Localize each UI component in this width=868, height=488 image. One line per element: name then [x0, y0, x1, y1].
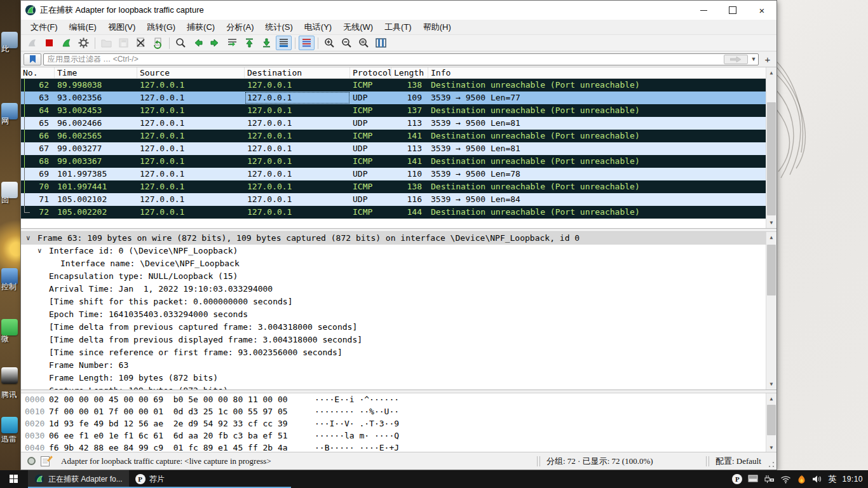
zoom-reset-button[interactable] [356, 36, 372, 50]
hex-scrollbar[interactable]: ▲ ▼ [766, 393, 776, 453]
packet-row-68[interactable]: 6899.003367127.0.0.1127.0.0.1ICMP141Dest… [21, 155, 766, 168]
hex-row-0020[interactable]: 00201d 93 fe 49 bd 12 56 ae 2e d9 54 92 … [21, 417, 776, 430]
scrollbar-thumb[interactable] [767, 245, 776, 295]
reload-file-button[interactable] [150, 36, 166, 50]
scroll-down-arrow-icon[interactable]: ▼ [766, 217, 776, 228]
scroll-up-arrow-icon[interactable]: ▲ [766, 232, 776, 243]
menu-item-11[interactable]: 帮助(H) [417, 20, 457, 35]
colorize-button[interactable] [299, 36, 315, 50]
column-header-info[interactable]: Info [428, 67, 776, 78]
desktop-icon-control-panel[interactable]: 控制 [1, 268, 20, 285]
close-button[interactable]: × [747, 1, 776, 20]
column-header-destination[interactable]: Destination [245, 67, 350, 78]
detail-line-13[interactable]: Capture Length: 109 bytes (872 bits) [21, 384, 776, 390]
menu-item-2[interactable]: 编辑(E) [64, 20, 102, 35]
start-capture-button[interactable] [24, 36, 40, 50]
packet-row-66[interactable]: 6696.002565127.0.0.1127.0.0.1ICMP141Dest… [21, 130, 766, 142]
minimize-button[interactable] [689, 1, 718, 20]
hex-row-0000[interactable]: 000002 00 00 00 45 00 00 69 b0 5e 00 00 … [21, 393, 776, 405]
ime-indicator[interactable]: 英 [828, 473, 836, 485]
zoom-in-button[interactable] [322, 36, 337, 50]
speaker-icon[interactable] [812, 475, 822, 484]
menu-item-5[interactable]: 捕获(C) [181, 20, 220, 35]
column-header-source[interactable]: Source [137, 67, 245, 78]
detail-line-8[interactable]: [Time delta from previous captured frame… [21, 321, 776, 334]
start-button[interactable] [0, 470, 28, 488]
expand-arrow-icon[interactable]: ∨ [37, 245, 42, 257]
filter-bookmark-button[interactable] [24, 53, 41, 65]
packet-row-71[interactable]: 71105.002102127.0.0.1127.0.0.1UDP1163539… [21, 193, 766, 206]
scroll-up-arrow-icon[interactable]: ▲ [766, 393, 776, 404]
maximize-button[interactable] [718, 1, 747, 20]
profile-text[interactable]: 配置: Default [715, 456, 761, 467]
last-packet-button[interactable] [259, 36, 275, 50]
packet-row-67[interactable]: 6799.003277127.0.0.1127.0.0.1UDP1133539 … [21, 142, 766, 155]
find-packet-button[interactable] [173, 36, 189, 50]
packet-list-header[interactable]: No.TimeSourceDestinationProtocolLengthIn… [21, 67, 776, 79]
menu-item-10[interactable]: 工具(T) [379, 20, 417, 35]
firewall-flame-icon[interactable] [797, 475, 806, 484]
desktop-icon-recycle-bin[interactable]: 回 [1, 182, 20, 198]
scroll-down-arrow-icon[interactable]: ▼ [766, 379, 776, 390]
detail-line-4[interactable]: Encapsulation type: NULL/Loopback (15) [21, 270, 776, 283]
stop-capture-button[interactable] [41, 36, 57, 50]
desktop-icon-xunlei[interactable]: 迅雷 [1, 417, 20, 433]
desktop-icon-this-pc[interactable]: 此 [1, 32, 20, 48]
detail-line-5[interactable]: Arrival Time: Jan 1, 2022 19:10:03.03329… [21, 283, 776, 295]
menu-item-3[interactable]: 视图(V) [102, 20, 141, 35]
desktop-icon-network[interactable]: 网 [1, 103, 20, 119]
detail-line-6[interactable]: [Time shift for this packet: 0.000000000… [21, 295, 776, 308]
wifi-icon[interactable] [780, 475, 791, 484]
packet-row-70[interactable]: 70101.997441127.0.0.1127.0.0.1ICMP138Des… [21, 180, 766, 193]
detail-line-12[interactable]: Frame Length: 109 bytes (872 bits) [21, 372, 776, 384]
desktop-icon-qq[interactable]: 腾讯 [1, 367, 20, 384]
zoom-out-button[interactable] [339, 36, 355, 50]
detail-line-1[interactable]: ∨Frame 63: 109 bytes on wire (872 bits),… [21, 232, 776, 245]
packet-row-63[interactable]: 6393.002356127.0.0.1127.0.0.1UDP1093539 … [21, 92, 766, 104]
hex-row-0030[interactable]: 003006 ee f1 e0 1e f1 6c 61 6d aa 20 fb … [21, 430, 776, 442]
column-header-protocol[interactable]: Protocol [350, 67, 391, 78]
previous-packet-button[interactable] [190, 36, 206, 50]
monitor-tray-icon[interactable] [748, 475, 758, 484]
filter-dropdown-chevron[interactable]: ▼ [749, 56, 758, 62]
open-file-button[interactable] [98, 36, 114, 50]
packet-row-69[interactable]: 69101.997385127.0.0.1127.0.0.1UDP1103539… [21, 168, 766, 180]
column-header-no[interactable]: No. [21, 67, 55, 78]
capture-comment-icon[interactable] [41, 456, 50, 466]
taskbar-clock[interactable]: 19:10 [842, 475, 863, 484]
expert-info-icon[interactable] [27, 457, 36, 465]
restart-capture-button[interactable] [58, 36, 74, 50]
packet-row-65[interactable]: 6596.002466127.0.0.1127.0.0.1UDP1133539 … [21, 117, 766, 130]
packet-row-62[interactable]: 6289.998038127.0.0.1127.0.0.1ICMP138Dest… [21, 79, 766, 92]
hex-row-0010[interactable]: 00107f 00 00 01 7f 00 00 01 0d d3 25 1c … [21, 405, 776, 417]
menu-item-9[interactable]: 无线(W) [337, 20, 379, 35]
scroll-up-arrow-icon[interactable]: ▲ [766, 67, 776, 78]
resize-columns-button[interactable] [373, 36, 389, 50]
menu-item-7[interactable]: 统计(S) [259, 20, 298, 35]
add-filter-button[interactable]: + [761, 53, 774, 65]
menu-item-8[interactable]: 电话(Y) [299, 20, 337, 35]
auto-scroll-button[interactable] [276, 36, 292, 50]
taskbar-item-wireshark[interactable]: 正在捕获 Adapter fo... [28, 470, 129, 488]
capture-options-button[interactable] [76, 36, 92, 50]
detail-scrollbar[interactable]: ▲ ▼ [766, 232, 776, 390]
expand-arrow-icon[interactable]: ∨ [26, 232, 31, 245]
title-bar[interactable]: 正在捕获 Adapter for loopback traffic captur… [21, 1, 776, 20]
packet-list-scrollbar[interactable]: ▲ ▼ [766, 67, 776, 228]
save-file-button[interactable]: 010 [116, 36, 132, 50]
p-circle-tray-icon[interactable]: P [732, 474, 742, 484]
packet-row-64[interactable]: 6493.002453127.0.0.1127.0.0.1ICMP137Dest… [21, 104, 766, 117]
detail-line-2[interactable]: ∨Interface id: 0 (\Device\NPF_Loopback) [21, 245, 776, 257]
apply-filter-button[interactable] [724, 55, 748, 64]
detail-line-10[interactable]: [Time since reference or first frame: 93… [21, 346, 776, 359]
menu-item-4[interactable]: 跳转(G) [141, 20, 181, 35]
display-filter-input[interactable] [44, 55, 724, 64]
next-packet-button[interactable] [207, 36, 223, 50]
desktop-icon-wechat[interactable]: 微 [1, 319, 20, 336]
column-header-length[interactable]: Length [391, 67, 428, 78]
menu-item-1[interactable]: 文件(F) [25, 20, 64, 35]
packet-row-72[interactable]: 72105.002202127.0.0.1127.0.0.1ICMP144Des… [21, 206, 766, 219]
first-packet-button[interactable] [241, 36, 257, 50]
detail-line-3[interactable]: Interface name: \Device\NPF_Loopback [21, 257, 776, 270]
detail-line-9[interactable]: [Time delta from previous displayed fram… [21, 334, 776, 346]
